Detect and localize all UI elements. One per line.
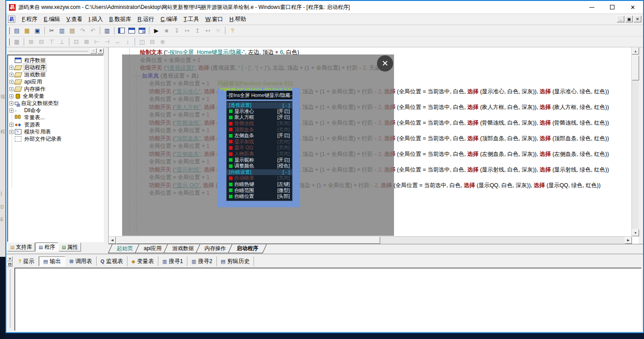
save-file-icon[interactable]: ▣ [32, 26, 42, 35]
tree-root[interactable]: 程序数据 [9, 57, 103, 64]
menu-item-T[interactable]: T.工具 [181, 14, 203, 25]
game-menu-row-显示射线[interactable]: 显示射线[关闭] [227, 139, 292, 145]
new-file-icon[interactable]: ▤ [12, 26, 22, 35]
maximize-button[interactable] [602, 1, 623, 13]
workspace-panel-header[interactable]: ▫ ✕ [6, 47, 105, 54]
tree-item-启动程序[interactable]: +启动程序 [9, 64, 103, 71]
editor-vertical-scrollbar[interactable]: ▲ ▼ [631, 47, 639, 236]
scroll-left-icon[interactable]: ◀ [109, 237, 116, 244]
tree-item-自定义数据类型[interactable]: +自定义数据类型 [9, 100, 103, 107]
game-menu-row-敌人方框[interactable]: 敌人方框[开启] [227, 114, 292, 121]
layout-split-icon[interactable] [137, 26, 147, 35]
expand-icon[interactable]: + [9, 87, 13, 91]
tree-item-游戏数据[interactable]: +游戏数据 [9, 71, 103, 78]
toolbar-grip[interactable] [8, 38, 10, 46]
game-menu-row-显示准心[interactable]: 显示准心[开启] [227, 109, 292, 115]
game-menu-row-自瞄热键[interactable]: 自瞄热键[左键] [227, 181, 292, 188]
menu-item-I[interactable]: I.插入 [85, 14, 106, 25]
game-menu-row-自瞄位置[interactable]: 自瞄位置[头部] [227, 193, 292, 200]
panel-float-button[interactable]: ▫ [90, 48, 97, 54]
close-button[interactable]: ✕ [623, 1, 643, 13]
menu-item-H[interactable]: H.帮助 [226, 14, 250, 25]
tree-item-全局变量[interactable]: +全局变量 [9, 92, 103, 100]
game-menu-row-[透视设置][interactable]: [透视设置][ - ] [227, 102, 292, 109]
output-panel-grip[interactable] [9, 270, 10, 328]
output-tab-监视表[interactable]: Q监视表 [97, 256, 127, 266]
titlebar[interactable]: 易 源码来自 www.xezyw.com - C:\Users\Administ… [6, 1, 643, 13]
output-tab-调用表[interactable]: ⊞调用表 [65, 256, 97, 266]
tree-item-常量表...[interactable]: 常量表... [9, 114, 103, 121]
expand-icon[interactable]: + [9, 123, 13, 127]
tree-item-Dll命令[interactable]: +↓Dll命令 [9, 107, 103, 114]
game-menu-row-自动瞄准[interactable]: 自动瞄准[关闭] [227, 175, 292, 181]
output-tab-搜寻1[interactable]: ▥搜寻1 [158, 256, 187, 266]
scroll-right-icon[interactable]: ▶ [625, 237, 632, 244]
menu-item-E[interactable]: E.编辑 [41, 14, 64, 25]
doc-tab-启动程序[interactable]: 启动程序 [228, 244, 267, 253]
game-menu-row-自瞄范围[interactable]: 自瞄范围[微型] [227, 187, 292, 193]
scroll-down-icon[interactable]: ▼ [632, 229, 639, 236]
expand-icon[interactable]: + [9, 94, 13, 98]
output-tab-提示[interactable]: ?提示 [14, 256, 39, 266]
output-close-button[interactable]: ✕ [7, 256, 13, 261]
side-tab-属性[interactable]: ▤属性 [59, 243, 81, 251]
workspace-panel: ▫ ✕ 程序数据 +启动程序+游戏数据+api应用+内存操作+全局变量+自定义数… [6, 47, 105, 252]
menu-item-W[interactable]: W.窗口 [202, 14, 226, 25]
game-menu-row-显示 QQ[interactable]: 显示 QQ[关闭] [227, 145, 292, 151]
mdi-restore-button[interactable]: ▣ [625, 16, 633, 22]
panel-splitter[interactable] [105, 47, 108, 244]
game-menu-row-[自瞄设置][interactable]: [自瞄设置][ - ] [227, 169, 292, 176]
game-menu-row-左侧血条[interactable]: 左侧血条[开启] [227, 133, 292, 139]
expand-icon[interactable]: + [9, 66, 13, 70]
run-icon[interactable]: ▶ [151, 26, 161, 35]
output-content[interactable] [14, 268, 642, 331]
help-search-icon[interactable]: ? [227, 26, 237, 35]
menu-item-R[interactable]: R.运行 [135, 14, 158, 25]
menu-item-C[interactable]: C.编译 [157, 14, 181, 25]
output-tab-搜寻2[interactable]: ▥搜寻2 [187, 256, 216, 266]
output-tab-剪辑历史[interactable]: ▤剪辑历史 [217, 256, 254, 266]
mdi-close-button[interactable]: ✕ [634, 16, 641, 22]
cut-icon[interactable]: ✂ [47, 26, 57, 35]
side-tab-支持库[interactable]: ▤支持库 [7, 243, 35, 251]
tree-item-模块引用表[interactable]: +模块引用表 [9, 128, 103, 135]
scroll-up-icon[interactable]: ▲ [632, 47, 639, 54]
find-icon[interactable]: ▥ [102, 26, 112, 35]
搜寻1-icon: ▥ [162, 259, 167, 264]
mdi-minimize-button[interactable]: _ [617, 16, 624, 22]
output-tab-变量表[interactable]: ◆变量表 [127, 256, 158, 266]
vertical-scroll-thumb[interactable] [632, 55, 639, 80]
expand-icon[interactable]: + [9, 109, 13, 113]
panel-grip[interactable] [8, 50, 88, 51]
expand-icon[interactable]: + [9, 130, 13, 134]
tree-item-api应用[interactable]: +api应用 [9, 78, 103, 85]
toolbar-grip[interactable] [8, 27, 10, 34]
game-menu-row-顶部血条[interactable]: 顶部血条[关闭] [227, 126, 292, 133]
menu-item-B[interactable]: B.数据库 [106, 14, 134, 25]
game-menu-row-人物距离[interactable]: 人物距离[关闭] [227, 151, 292, 157]
menu-item-F[interactable]: F.程序 [19, 14, 41, 25]
overlay-close-button[interactable]: ✕ [377, 55, 393, 71]
expand-icon[interactable]: + [9, 101, 13, 105]
panel-close-button[interactable]: ✕ [97, 48, 104, 54]
paste-icon[interactable]: ▤ [67, 26, 77, 35]
output-maximize-button[interactable] [7, 262, 13, 267]
layout-output-icon[interactable] [127, 26, 137, 35]
layout-normal-icon[interactable] [116, 26, 127, 35]
horizontal-scroll-thumb[interactable] [116, 237, 380, 244]
expand-icon[interactable]: + [9, 80, 13, 84]
tree-item-内存操作[interactable]: +内存操作 [9, 85, 103, 92]
expand-icon[interactable]: + [9, 73, 13, 77]
menu-item-V[interactable]: V.查看 [64, 14, 86, 25]
game-menu-row-骨骼连线[interactable]: 骨骼连线[关闭] [227, 121, 292, 127]
minimize-button[interactable] [581, 1, 602, 13]
output-tab-输出[interactable]: ▤输出 [39, 256, 65, 266]
tree-item-资源表[interactable]: +◆◆资源表 [9, 121, 103, 128]
open-file-icon[interactable]: ▦ [22, 26, 32, 35]
tree-item-外部文件记录表[interactable]: 外部文件记录表 [9, 135, 103, 142]
game-menu-row-显示昵称[interactable]: 显示昵称[开启] [227, 157, 292, 163]
side-tab-程序[interactable]: ▤程序 [35, 243, 58, 251]
game-menu-row-调整颜色[interactable]: 调整颜色[橙色] [227, 163, 292, 169]
copy-icon[interactable]: ▥ [57, 26, 67, 35]
editor-horizontal-scrollbar[interactable]: ◀ ▶ [109, 236, 632, 244]
